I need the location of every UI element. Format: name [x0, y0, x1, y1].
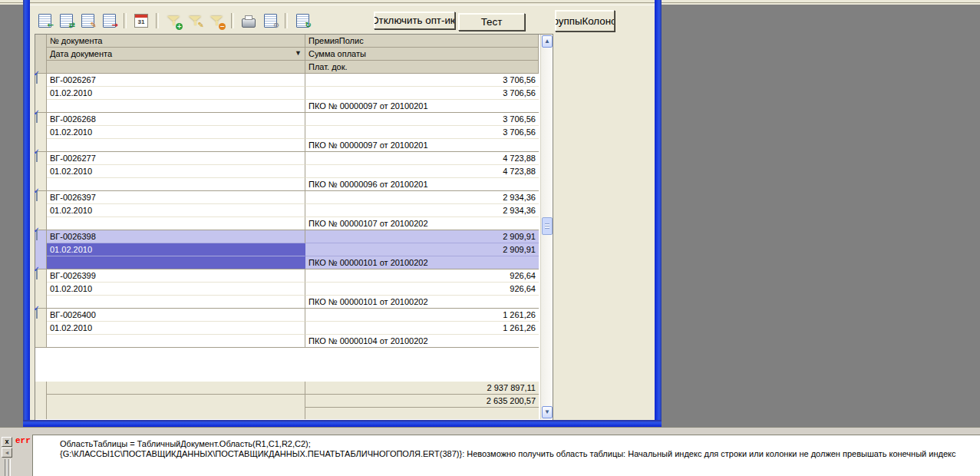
empty-table-area	[35, 348, 539, 382]
premium-cell: 2 934,36	[305, 191, 539, 204]
table-header: № документа ПремияПолис Дата документа▼ …	[35, 35, 539, 74]
header-doc-date[interactable]: Дата документа▼	[47, 48, 305, 61]
doc-number-cell: ВГ-0026400	[47, 309, 305, 322]
message-code-line: ОбластьТаблицы = ТабличныйДокумент.Облас…	[60, 439, 311, 448]
document-icon	[36, 151, 38, 162]
scrollbar-thumb[interactable]	[542, 217, 553, 235]
scroll-left-icon[interactable]: ◄	[2, 448, 12, 458]
screen: ← ⇄ ✎ → 31 + ✎ − ⚙ ↻ Отключить опт-ию Те…	[0, 0, 980, 476]
refresh-icon[interactable]: ↻	[293, 12, 312, 30]
toolbar-separator	[156, 13, 159, 28]
vertical-scrollbar[interactable]: ▲ ▼	[540, 35, 553, 419]
sheet-export-icon[interactable]: →	[100, 12, 118, 30]
row-marker-cell	[35, 230, 47, 269]
document-icon	[36, 269, 38, 279]
test-button[interactable]: Тест	[458, 13, 525, 31]
premium-cell: 2 909,91	[305, 230, 539, 243]
payment-cell: 4 723,88	[305, 165, 539, 178]
header-empty-cell	[47, 61, 305, 74]
report-window: ← ⇄ ✎ → 31 + ✎ − ⚙ ↻ Отключить опт-ию Те…	[30, 0, 655, 420]
doc-date-cell: 01.02.2010	[47, 283, 305, 296]
doc-date-cell: 01.02.2010	[47, 204, 305, 217]
footer-marker-cell	[35, 382, 47, 419]
payment-doc-cell: ПКО № 00000101 от 20100202	[305, 296, 539, 308]
table-grid: № документа ПремияПолис Дата документа▼ …	[35, 35, 539, 419]
sheet-edit-icon[interactable]: ✎	[78, 12, 97, 30]
disable-opt-button[interactable]: Отключить опт-ию	[374, 12, 455, 29]
payment-cell: 1 261,26	[305, 322, 539, 335]
chevron-down-icon[interactable]: ▼	[295, 49, 302, 57]
scroll-down-icon[interactable]: ▼	[542, 406, 553, 418]
payment-cell: 2 934,36	[305, 204, 539, 217]
document-icon	[36, 190, 38, 201]
table-record[interactable]: ВГ-0026399 926,64 01.02.2010 926,64 ПКО …	[35, 269, 539, 309]
print-icon[interactable]	[239, 12, 258, 30]
document-icon	[36, 308, 38, 319]
empty-cell	[47, 178, 305, 190]
header-payment-sum[interactable]: Сумма оплаты	[305, 48, 539, 61]
message-error-line: {G:\КЛАССЫ1С\ПОСТАВЩИКДАННЫХ\ПОСТАВЩИКДА…	[60, 449, 955, 458]
header-payment-doc[interactable]: Плат. док.	[305, 61, 539, 74]
row-marker-cell	[35, 191, 47, 230]
doc-date-cell: 01.02.2010	[47, 322, 305, 335]
window-border-bottom	[23, 420, 662, 427]
row-marker-cell	[35, 309, 47, 347]
sheet-transfer-icon[interactable]: ⇄	[57, 12, 75, 30]
empty-cell	[47, 296, 305, 308]
payment-cell: 2 909,91	[305, 243, 539, 256]
header-doc-number[interactable]: № документа	[47, 35, 305, 48]
divider	[8, 459, 11, 476]
header-doc-date-label: Дата документа	[50, 49, 112, 58]
payment-doc-cell: ПКО № 00000107 от 20100202	[305, 217, 539, 230]
table-record[interactable]: ВГ-0026268 3 706,56 01.02.2010 3 706,56 …	[35, 113, 539, 152]
header-premium[interactable]: ПремияПолис	[305, 35, 539, 48]
toolbar-separator	[124, 13, 127, 28]
toolbar-separator	[231, 13, 234, 28]
premium-cell: 4 723,88	[305, 152, 539, 165]
empty-cell	[47, 139, 305, 151]
window-border-right	[655, 0, 662, 427]
footer-left-cell	[47, 395, 305, 419]
divider	[30, 2, 655, 5]
table-record[interactable]: ВГ-0026397 2 934,36 01.02.2010 2 934,36 …	[35, 191, 539, 230]
premium-cell: 3 706,56	[305, 74, 539, 87]
filter-add-icon[interactable]: +	[164, 12, 183, 30]
premium-cell: 3 706,56	[305, 113, 539, 126]
payment-cell: 3 706,56	[305, 87, 539, 100]
filter-edit-icon[interactable]: ✎	[186, 12, 204, 30]
toolbar-separator	[285, 13, 288, 28]
payment-doc-cell: ПКО № 00000097 от 20100201	[305, 139, 539, 151]
row-marker-cell	[35, 113, 47, 151]
payment-doc-cell: ПКО № 00000097 от 20100201	[305, 100, 539, 112]
sheet-prev-icon[interactable]: ←	[35, 12, 54, 30]
doc-number-cell: ВГ-0026267	[47, 74, 305, 87]
window-border-left	[23, 0, 30, 427]
doc-number-cell: ВГ-0026397	[47, 191, 305, 204]
payment-doc-cell: ПКО № 00000104 от 20100202	[305, 335, 539, 347]
empty-cell	[47, 256, 305, 269]
column-groups-button[interactable]: руппыКолоно	[555, 10, 615, 31]
filter-clear-icon[interactable]: −	[207, 12, 226, 30]
scroll-up-icon[interactable]: ▲	[542, 35, 553, 48]
documents-table: № документа ПремияПолис Дата документа▼ …	[35, 34, 553, 420]
premium-total-cell: 2 937 897,11	[305, 382, 539, 395]
table-record-selected[interactable]: ВГ-0026398 2 909,91 01.02.2010 2 909,91 …	[35, 230, 539, 269]
premium-cell: 1 261,26	[305, 309, 539, 322]
table-record[interactable]: ВГ-0026400 1 261,26 01.02.2010 1 261,26 …	[35, 309, 539, 348]
table-record[interactable]: ВГ-0026277 4 723,88 01.02.2010 4 723,88 …	[35, 152, 539, 191]
footer-left-cell	[47, 382, 305, 395]
row-marker-cell	[35, 74, 47, 112]
table-record[interactable]: ВГ-0026267 3 706,56 01.02.2010 3 706,56 …	[35, 74, 539, 113]
close-icon[interactable]: x	[2, 437, 12, 447]
print-settings-icon[interactable]: ⚙	[261, 12, 279, 30]
header-marker-cell	[35, 35, 47, 74]
calendar-icon[interactable]: 31	[132, 12, 150, 30]
splitter[interactable]	[0, 427, 980, 435]
payment-total-cell: 2 635 200,57	[305, 395, 539, 408]
doc-number-cell: ВГ-0026268	[47, 113, 305, 126]
document-icon	[36, 73, 38, 84]
payment-doc-cell: ПКО № 00000101 от 20100202	[305, 256, 539, 269]
payment-cell: 3 706,56	[305, 126, 539, 139]
table-totals: 2 937 897,11 2 635 200,57	[35, 382, 539, 419]
message-console: x ◄ err ОбластьТаблицы = ТабличныйДокуме…	[0, 435, 980, 476]
